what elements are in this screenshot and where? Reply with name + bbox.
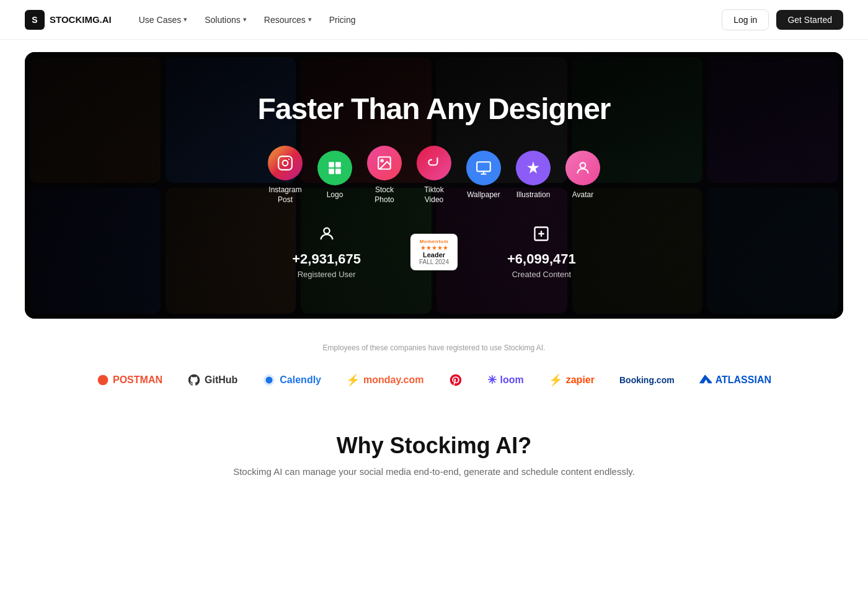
illustration-icon (516, 151, 551, 185)
hero-content: Faster Than Any Designer InstagramPost (25, 52, 843, 319)
svg-rect-5 (329, 169, 334, 174)
navbar-right: Log in Get Started (722, 9, 843, 30)
svg-point-15 (266, 377, 273, 384)
momentum-badge: Momentum ★★★★★ Leader FALL 2024 (410, 234, 458, 270)
tiktok-icon (417, 146, 451, 180)
hero-icon-grid: InstagramPost Logo StockPhoto (268, 146, 600, 205)
logo-icon: S (25, 10, 45, 30)
badge-year: FALL 2024 (419, 259, 449, 265)
users-number: +2,931,675 (292, 251, 361, 267)
companies-note: Employees of these companies have regist… (25, 343, 843, 352)
icon-tiktok-video[interactable]: TiktokVideo (417, 146, 451, 205)
svg-rect-3 (329, 162, 334, 167)
hero-title: Faster Than Any Designer (257, 92, 610, 126)
svg-point-10 (580, 163, 586, 169)
logo-gen-icon (317, 151, 352, 185)
icon-stock-photo[interactable]: StockPhoto (367, 146, 402, 205)
company-booking: Booking.com (619, 375, 675, 385)
companies-section: Employees of these companies have regist… (0, 331, 868, 408)
wallpaper-label: Wallpaper (467, 190, 500, 200)
logo-text: STOCKIMG.AI (50, 14, 112, 25)
icon-illustration[interactable]: Illustration (516, 151, 551, 200)
svg-rect-0 (278, 157, 292, 170)
stock-photo-icon (367, 146, 402, 180)
users-label: Registered User (298, 270, 356, 279)
why-section: Why Stockimg AI? Stockimg AI can manage … (0, 408, 868, 489)
nav-solutions[interactable]: Solutions ▾ (197, 10, 254, 30)
svg-point-13 (98, 375, 108, 386)
content-number: +6,099,471 (507, 251, 576, 267)
company-calendly: Calendly (262, 373, 321, 387)
instagram-icon (268, 146, 303, 180)
company-zapier: ⚡ zapier (549, 373, 595, 387)
nav-resources[interactable]: Resources ▾ (257, 10, 319, 30)
company-monday: ⚡ monday.com (346, 373, 424, 387)
nav-pricing[interactable]: Pricing (322, 10, 363, 30)
company-postman: POSTMAN (97, 374, 162, 386)
why-title: Why Stockimg AI? (25, 433, 843, 459)
svg-point-1 (283, 161, 288, 166)
icon-logo[interactable]: Logo (317, 151, 352, 200)
svg-rect-9 (477, 162, 490, 171)
wallpaper-icon (466, 151, 501, 185)
navbar-left: S STOCKIMG.AI Use Cases ▾ Solutions ▾ Re… (25, 10, 363, 30)
company-atlassian: ATLASSIAN (699, 374, 771, 386)
users-icon (318, 225, 335, 246)
badge-stars: ★★★★★ (420, 244, 448, 251)
nav-use-cases[interactable]: Use Cases ▾ (131, 10, 195, 30)
stock-photo-label: StockPhoto (374, 185, 394, 205)
svg-point-11 (324, 228, 329, 233)
companies-logos: POSTMAN GitHub Calendly ⚡ monday.com ✳ l… (25, 367, 843, 402)
icon-instagram-post[interactable]: InstagramPost (268, 146, 303, 205)
why-subtitle: Stockimg AI can manage your social media… (25, 466, 843, 477)
stat-content: +6,099,471 Created Content (507, 225, 576, 279)
navbar: S STOCKIMG.AI Use Cases ▾ Solutions ▾ Re… (0, 0, 868, 40)
avatar-label: Avatar (572, 190, 593, 200)
svg-rect-4 (335, 162, 341, 167)
avatar-icon (565, 151, 600, 185)
hero-section: Faster Than Any Designer InstagramPost (25, 52, 843, 319)
chevron-down-icon: ▾ (243, 16, 247, 24)
login-button[interactable]: Log in (722, 9, 769, 30)
instagram-label: InstagramPost (268, 185, 301, 205)
svg-rect-6 (335, 169, 341, 174)
content-label: Created Content (512, 270, 571, 279)
logo[interactable]: S STOCKIMG.AI (25, 10, 112, 30)
logo-gen-label: Logo (327, 190, 343, 200)
icon-wallpaper[interactable]: Wallpaper (466, 151, 501, 200)
nav-links: Use Cases ▾ Solutions ▾ Resources ▾ Pric… (131, 10, 363, 30)
chevron-down-icon: ▾ (308, 16, 312, 24)
company-pinterest (449, 373, 463, 387)
svg-point-8 (381, 160, 383, 162)
company-github: GitHub (187, 373, 237, 387)
company-loom: ✳ loom (487, 373, 524, 387)
svg-point-2 (288, 159, 290, 160)
hero-stats: +2,931,675 Registered User Momentum ★★★★… (292, 225, 575, 279)
badge-label: Leader (423, 251, 445, 259)
illustration-label: Illustration (516, 190, 551, 200)
badge-title: Momentum (420, 239, 449, 244)
stat-users: +2,931,675 Registered User (292, 225, 361, 279)
icon-avatar[interactable]: Avatar (565, 151, 600, 200)
get-started-button[interactable]: Get Started (776, 10, 843, 30)
content-icon (533, 225, 550, 246)
chevron-down-icon: ▾ (184, 16, 187, 24)
tiktok-label: TiktokVideo (424, 185, 444, 205)
